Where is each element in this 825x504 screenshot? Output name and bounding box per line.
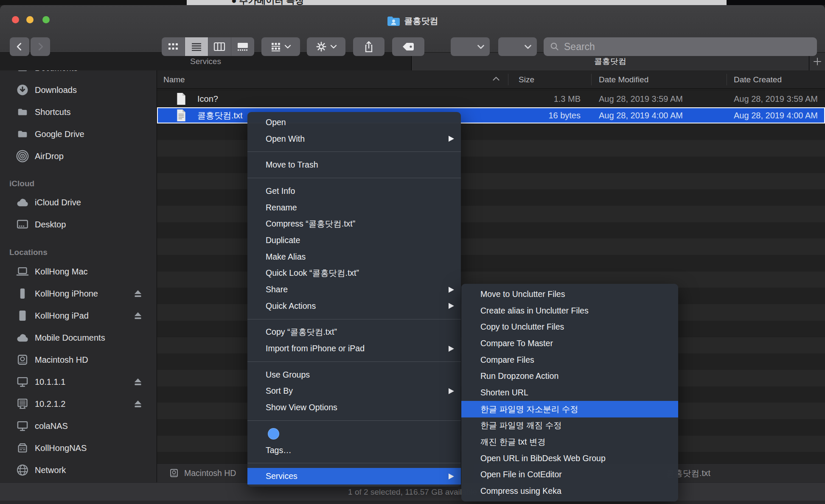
submenu-item-label: 한글 파일명 깨짐 수정 — [480, 420, 562, 431]
menu-item-label: Share — [266, 285, 288, 294]
share-button[interactable] — [353, 37, 384, 56]
menu-separator — [247, 173, 461, 183]
forward-button[interactable] — [31, 37, 50, 56]
column-header-name[interactable]: Name — [163, 70, 185, 89]
sidebar-item-kollhong-ipad[interactable]: KollHong iPad — [0, 307, 157, 324]
menu-item-share[interactable]: Share — [247, 281, 461, 298]
menu-item-label: Quick Look “콜홍닷컴.txt” — [266, 267, 359, 279]
services-submenu: Move to Unclutter FilesCreate alias in U… — [461, 284, 678, 501]
text-file-icon — [176, 109, 186, 122]
icon-view-button[interactable] — [162, 37, 185, 56]
column-divider[interactable] — [727, 74, 727, 85]
tag-color-row[interactable] — [247, 426, 461, 442]
submenu-item-copy-to-unclutter-files[interactable]: Copy to Unclutter Files — [461, 319, 678, 335]
sidebar-item-label: 10.2.1.2 — [35, 399, 65, 409]
sidebar-item-desktop[interactable]: Desktop — [0, 216, 157, 233]
gallery-view-button[interactable] — [231, 37, 254, 56]
eject-icon[interactable] — [132, 311, 143, 321]
menu-item-import-from-iphone-or-ipad[interactable]: Import from iPhone or iPad — [247, 340, 461, 357]
menu-item-compress-콜홍닷컴-txt[interactable]: Compress “콜홍닷컴.txt” — [247, 216, 461, 232]
sidebar-item-kollhong-mac[interactable]: KollHong Mac — [0, 263, 157, 280]
menu-item-use-groups[interactable]: Use Groups — [247, 367, 461, 383]
sidebar-item-mobile-documents[interactable]: Mobile Documents — [0, 329, 157, 346]
table-row[interactable]: Icon?1.3 MBAug 28, 2019 3:59 AMAug 28, 2… — [157, 91, 825, 107]
sidebar-item-label: Macintosh HD — [35, 355, 88, 365]
sidebar-item-colanas[interactable]: colaNAS — [0, 417, 157, 434]
search-field[interactable] — [544, 37, 817, 56]
sidebar-item-google-drive[interactable]: Google Drive — [0, 126, 157, 143]
eject-icon[interactable] — [132, 399, 143, 409]
submenu-item-shorten-url[interactable]: Shorten URL — [461, 384, 678, 401]
sidebar-item-label: Network — [35, 465, 66, 475]
sidebar-item-shortcuts[interactable]: Shortcuts — [0, 104, 157, 120]
eject-icon[interactable] — [132, 377, 143, 387]
menu-item-tags[interactable]: Tags… — [247, 442, 461, 459]
sidebar-item-airdrop[interactable]: AirDrop — [0, 148, 157, 165]
menu-item-move-to-trash[interactable]: Move to Trash — [247, 157, 461, 173]
submenu-item-compare-files[interactable]: Compare Files — [461, 352, 678, 368]
back-button[interactable] — [10, 37, 29, 56]
sidebar-item-kollhong-iphone[interactable]: KollHong iPhone — [0, 285, 157, 302]
ipad-icon — [15, 309, 30, 322]
menu-item-show-view-options[interactable]: Show View Options — [247, 399, 461, 416]
sidebar: DocumentsDownloadsShortcutsGoogle DriveA… — [0, 70, 157, 482]
file-name: Icon? — [197, 91, 218, 107]
menu-item-get-info[interactable]: Get Info — [247, 183, 461, 199]
sidebar-item-label: colaNAS — [35, 421, 68, 431]
menu-item-quick-look-콜홍닷컴-txt[interactable]: Quick Look “콜홍닷컴.txt” — [247, 265, 461, 282]
tag-button[interactable] — [392, 37, 424, 56]
search-input[interactable] — [563, 41, 784, 53]
column-view-button[interactable] — [208, 37, 232, 56]
submenu-item-move-to-unclutter-files[interactable]: Move to Unclutter Files — [461, 286, 678, 302]
menu-item-quick-actions[interactable]: Quick Actions — [247, 298, 461, 314]
menu-item-copy-콜홍닷컴-txt[interactable]: Copy “콜홍닷컴.txt” — [247, 324, 461, 341]
group-by-button[interactable] — [261, 37, 300, 56]
submenu-item-run-dropzone-action[interactable]: Run Dropzone Action — [461, 368, 678, 384]
sidebar-item-downloads[interactable]: Downloads — [0, 81, 157, 98]
menu-item-services[interactable]: Services — [247, 468, 461, 484]
column-header-date-created[interactable]: Date Created — [734, 70, 782, 89]
sidebar-item-label: 10.1.1.1 — [35, 377, 65, 387]
sidebar-item-icloud-drive[interactable]: iCloud Drive — [0, 194, 157, 211]
list-view-button[interactable] — [185, 37, 208, 56]
cloud-icon — [15, 331, 30, 344]
eject-icon[interactable] — [132, 288, 143, 299]
menu-item-duplicate[interactable]: Duplicate — [247, 232, 461, 249]
path-item-macintosh-hd[interactable]: Macintosh HD — [184, 464, 236, 483]
submenu-item-한글-파일명-깨짐-수정[interactable]: 한글 파일명 깨짐 수정 — [461, 417, 678, 434]
submenu-item-label: Shorten URL — [480, 388, 528, 398]
sidebar-item-network[interactable]: Network — [0, 462, 157, 479]
menu-item-make-alias[interactable]: Make Alias — [247, 249, 461, 265]
sidebar-item-documents[interactable]: Documents — [0, 70, 157, 76]
toolbar-dropdown-1[interactable] — [451, 37, 490, 56]
column-header-date-modified[interactable]: Date Modified — [599, 70, 648, 89]
menu-item-open[interactable]: Open — [247, 114, 461, 131]
menu-item-label: Duplicate — [266, 235, 300, 245]
column-header-size[interactable]: Size — [519, 70, 534, 89]
action-menu-button[interactable] — [307, 37, 345, 56]
sidebar-item-kollhongnas[interactable]: KollHongNAS — [0, 440, 157, 456]
menu-item-label: Open With — [266, 134, 305, 144]
menu-item-rename[interactable]: Rename — [247, 199, 461, 216]
sidebar-item-label: KollHong iPad — [35, 311, 89, 321]
submenu-item-깨진-한글-txt-변경[interactable]: 깨진 한글 txt 변경 — [461, 434, 678, 450]
background-dark-area — [727, 0, 825, 5]
column-divider[interactable] — [508, 74, 508, 85]
submenu-item-한글-파일명-자소분리-수정[interactable]: 한글 파일명 자소분리 수정 — [461, 401, 678, 417]
sidebar-section-locations: Locations — [9, 248, 48, 257]
submenu-item-compress-using-keka[interactable]: Compress using Keka — [461, 483, 678, 499]
sidebar-item-10-1-1-1[interactable]: 10.1.1.1 — [0, 373, 157, 390]
file-size: 16 bytes — [454, 107, 581, 124]
submenu-item-compare-to-master[interactable]: Compare To Master — [461, 335, 678, 352]
sidebar-item-10-2-1-2[interactable]: 10.2.1.2 — [0, 395, 157, 412]
submenu-item-open-file-in-coteditor[interactable]: Open File in CotEditor — [461, 467, 678, 483]
submenu-item-open-url-in-bibdesk-web-group[interactable]: Open URL in BibDesk Web Group — [461, 450, 678, 467]
menu-item-open-with[interactable]: Open With — [247, 131, 461, 147]
column-divider[interactable] — [591, 74, 592, 85]
sidebar-item-macintosh-hd[interactable]: Macintosh HD — [0, 351, 157, 368]
submenu-item-create-alias-in-unclutter-files[interactable]: Create alias in Unclutter Files — [461, 302, 678, 319]
sidebar-item-label: Shortcuts — [35, 107, 70, 117]
menu-item-sort-by[interactable]: Sort By — [247, 383, 461, 400]
sidebar-item-label: iCloud Drive — [35, 198, 81, 207]
toolbar-dropdown-2[interactable] — [498, 37, 537, 56]
